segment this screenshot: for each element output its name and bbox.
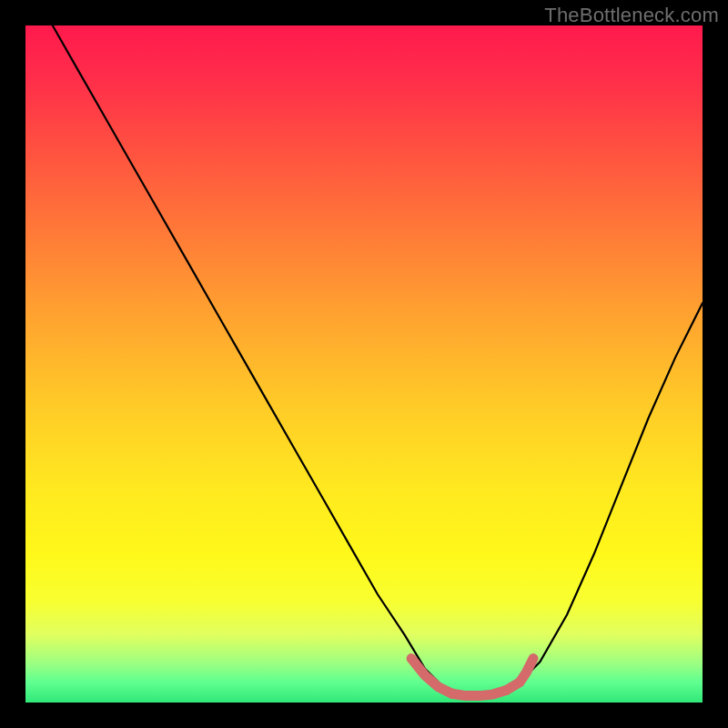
valley-marker-left (411, 659, 452, 694)
chart-container: TheBottleneck.com (0, 0, 728, 728)
bottleneck-curve (53, 25, 703, 696)
marker-group (411, 659, 533, 696)
chart-overlay (0, 0, 728, 728)
valley-marker-mid (452, 691, 507, 696)
curve-group (53, 25, 703, 696)
valley-marker-right (506, 659, 533, 691)
